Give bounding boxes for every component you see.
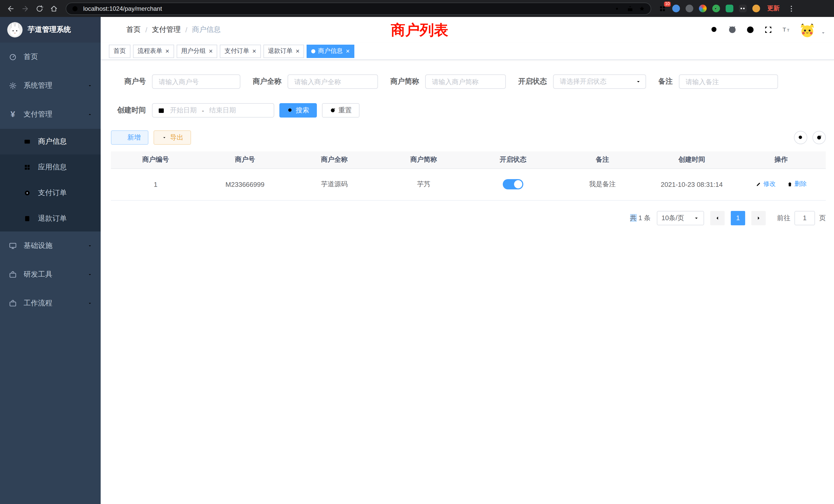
export-button[interactable]: 导出 [154,130,191,145]
extension-icon[interactable] [696,2,709,15]
extension-icon[interactable] [683,2,695,15]
sidebar-item-label: 应用信息 [38,163,67,172]
browser-update-button[interactable]: 更新 [763,4,784,13]
chevron-down-icon [87,83,92,88]
search-button[interactable]: 搜索 [279,103,317,117]
user-avatar[interactable] [799,22,815,38]
browser-menu-icon[interactable] [785,2,798,15]
extension-icon[interactable] [737,2,749,15]
merchant-no-input[interactable] [152,74,240,89]
bookmark-star-icon[interactable] [638,5,645,12]
sidebar-item-refund-order[interactable]: 退款订单 [0,206,101,231]
reset-button[interactable]: 重置 [322,103,359,117]
extension-icon[interactable] [750,2,762,15]
table-row: 1 M233666999 芋道源码 芋艿 我是备注 2021-10-23 08:… [111,168,826,200]
sidebar-item-label: 基础设施 [24,241,52,250]
app-logo: 芋道管理系统 [0,17,101,43]
forward-button[interactable] [19,2,32,15]
breadcrumb-home[interactable]: 首页 [126,25,141,35]
avatar-caret-icon[interactable] [821,30,826,36]
svg-text:T: T [783,26,786,33]
sidebar-item-label: 退款订单 [38,214,67,223]
fullscreen-icon[interactable] [764,25,773,35]
help-icon[interactable] [746,25,755,35]
status-select[interactable]: 请选择开启状态 [553,74,646,89]
extension-icon[interactable] [670,2,682,15]
tab-process-form[interactable]: 流程表单 × [133,44,174,58]
tab-home[interactable]: 首页 [109,44,130,58]
cell-status [468,168,558,200]
tab-user-group[interactable]: 用户分组 × [176,44,217,58]
tab-pay-order[interactable]: 支付订单 × [220,44,261,58]
next-page-button[interactable] [751,211,766,225]
search-icon[interactable] [710,25,719,35]
sidebar-item-label: 研发工具 [24,270,52,279]
remark-input[interactable] [679,74,778,89]
breadcrumb-payment[interactable]: 支付管理 [152,25,181,35]
tab-label: 流程表单 [138,47,162,55]
sidebar-item-app-info[interactable]: 应用信息 [0,155,101,180]
grid-icon [23,164,32,171]
refresh-icon[interactable] [812,131,826,144]
tab-refund-order[interactable]: 退款订单 × [263,44,304,58]
start-date-placeholder: 开始日期 [170,106,197,115]
chevron-down-icon [635,78,641,85]
tab-close-icon[interactable]: × [296,48,300,54]
page-info-icon[interactable] [71,5,79,12]
sidebar-item-workflow[interactable]: 工作流程 [0,289,101,318]
sidebar-toggle-icon[interactable] [109,25,118,35]
cell-remark: 我是备注 [558,168,647,200]
edit-link[interactable]: 修改 [755,180,775,189]
extensions-grid-icon[interactable]: 10 [656,2,668,15]
cell-merchant-id: 1 [111,168,200,200]
extension-icon[interactable] [710,2,722,15]
page-size-select[interactable]: 10条/页 [657,211,704,225]
font-size-icon[interactable]: TT [782,25,791,35]
sidebar-item-pay-order[interactable]: 支付订单 [0,180,101,206]
github-icon[interactable] [728,25,737,35]
chevron-down-icon [87,301,92,306]
share-icon[interactable] [627,5,634,12]
range-separator: - [202,107,204,114]
sidebar-item-system[interactable]: 系统管理 [0,71,101,100]
tab-close-icon[interactable]: × [209,48,213,54]
back-button[interactable] [4,2,18,15]
status-toggle[interactable] [503,179,523,189]
sidebar-item-merchant-info[interactable]: 商户信息 [0,129,101,155]
password-key-icon[interactable] [615,5,622,12]
tab-merchant-info[interactable]: 商户信息 × [307,44,354,58]
export-button-label: 导出 [170,133,183,142]
sidebar-menu: 首页 系统管理 ¥ 支付管理 [0,43,101,318]
add-button[interactable]: 新增 [111,130,148,145]
tab-close-icon[interactable]: × [346,48,350,54]
toggle-search-icon[interactable] [794,131,807,144]
table-header-row: 商户编号 商户号 商户全称 商户简称 开启状态 备注 创建时间 操作 [111,152,826,168]
status-select-placeholder: 请选择开启状态 [560,77,607,86]
extension-icon[interactable] [723,2,736,15]
reload-button[interactable] [33,2,46,15]
page-number-button[interactable]: 1 [731,211,745,225]
tab-close-icon[interactable]: × [252,48,256,54]
column-header: 操作 [737,152,826,168]
delete-link[interactable]: 删除 [787,180,807,189]
tab-close-icon[interactable]: × [166,48,169,54]
full-name-input[interactable] [288,74,378,89]
top-navbar: 首页 / 支付管理 / 商户信息 商户列表 [101,17,834,43]
create-time-range-picker[interactable]: 开始日期 - 结束日期 [152,103,274,117]
goto-page-input[interactable] [794,211,815,225]
cell-full-name: 芋道源码 [290,168,379,200]
column-header: 商户编号 [111,152,200,168]
cell-create-time: 2021-10-23 08:31:14 [647,168,737,200]
breadcrumb: 首页 / 支付管理 / 商户信息 [126,25,221,35]
home-button[interactable] [47,2,61,15]
sidebar-item-home[interactable]: 首页 [0,43,101,71]
reset-button-label: 重置 [338,106,352,115]
short-name-input[interactable] [425,74,506,89]
svg-text:T: T [787,28,789,32]
sidebar-item-infrastructure[interactable]: 基础设施 [0,231,101,260]
sidebar-item-devtools[interactable]: 研发工具 [0,260,101,289]
address-bar[interactable]: localhost:1024/pay/merchant [66,2,651,15]
sidebar-item-payment[interactable]: ¥ 支付管理 [0,100,101,129]
url-text[interactable]: localhost:1024/pay/merchant [83,5,610,12]
prev-page-button[interactable] [710,211,725,225]
